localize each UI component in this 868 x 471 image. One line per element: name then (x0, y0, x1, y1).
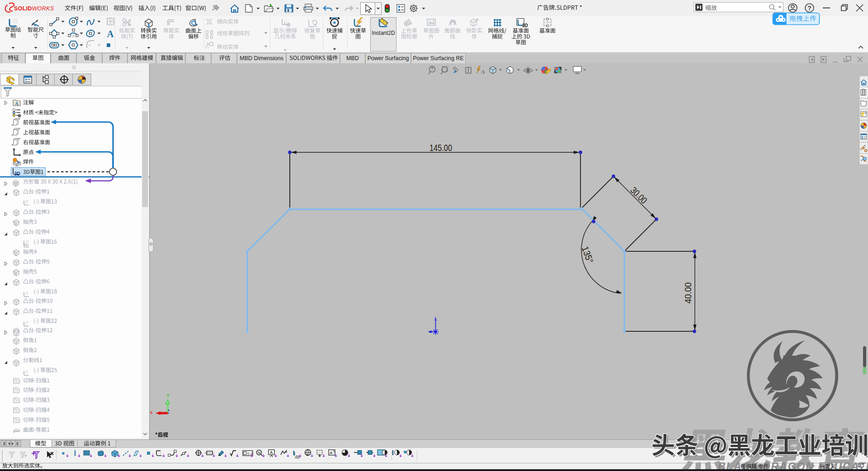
svg-text:A: A (481, 69, 485, 75)
svg-text:145.00: 145.00 (429, 142, 452, 153)
svg-text:A: A (107, 28, 114, 39)
svg-text:3D: 3D (14, 171, 21, 176)
svg-text:30.00: 30.00 (628, 185, 649, 206)
svg-text:40.00: 40.00 (683, 283, 693, 304)
svg-text:?: ? (807, 5, 811, 12)
svg-text:x: x (150, 410, 153, 415)
svg-text:135°: 135° (580, 245, 596, 265)
svg-text:3D: 3D (522, 23, 528, 28)
svg-text:A: A (306, 453, 309, 457)
svg-text:Y: Y (166, 393, 170, 398)
svg-text:A: A (330, 451, 333, 455)
svg-text:N: N (258, 451, 261, 455)
svg-text:A: A (270, 450, 273, 455)
svg-text:A: A (15, 101, 19, 106)
